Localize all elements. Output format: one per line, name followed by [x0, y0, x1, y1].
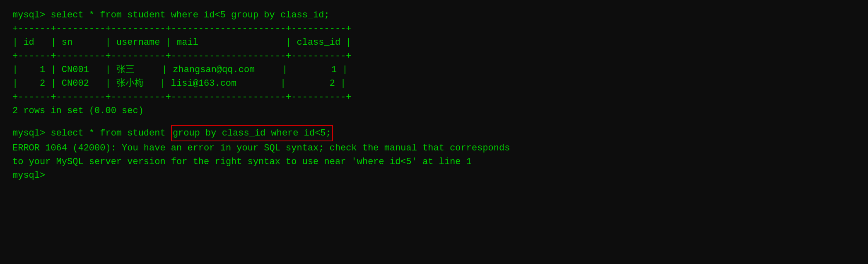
query2-highlighted-segment: group by class_id where id<5; [171, 125, 333, 141]
table-border-mid: +------+---------+----------+-----------… [12, 49, 856, 63]
prompt1: mysql> [12, 8, 51, 22]
query1-line: mysql> select * from student where id<5 … [12, 8, 856, 22]
spacer [12, 118, 856, 125]
result-summary: 2 rows in set (0.00 sec) [12, 104, 856, 118]
final-prompt: mysql> [12, 169, 856, 182]
table-border-top: +------+---------+----------+-----------… [12, 22, 856, 36]
query1-sql: select * from student where id<5 group b… [51, 8, 329, 22]
query2-pre: select * from student [51, 126, 171, 140]
prompt2: mysql> [12, 126, 51, 140]
table-row-2: | 2 | CN002 | 张小梅 | lisi@163.com | 2 | [12, 77, 856, 90]
table-border-bot: +------+---------+----------+-----------… [12, 90, 856, 104]
error-line-2: to your MySQL server version for the rig… [12, 155, 856, 169]
table-header: | id | sn | username | mail | class_id | [12, 36, 856, 49]
error-line-1: ERROR 1064 (42000): You have an error in… [12, 141, 856, 155]
query2-line: mysql> select * from student group by cl… [12, 125, 856, 141]
terminal: mysql> select * from student where id<5 … [12, 8, 856, 182]
table-row-1: | 1 | CN001 | 张三 | zhangsan@qq.com | 1 | [12, 63, 856, 77]
